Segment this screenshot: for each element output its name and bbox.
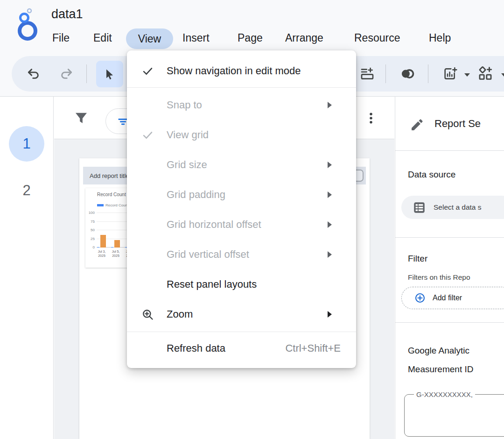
menu-insert[interactable]: Insert [182, 32, 210, 44]
toolbar-divider [86, 64, 87, 83]
page-thumbnail-1[interactable]: 1 [9, 126, 44, 162]
menu-item-view-grid: View grid [127, 120, 356, 150]
menu-item-grid-size: Grid size [127, 150, 356, 180]
legend-swatch-record-count [97, 204, 104, 206]
select-data-source-button[interactable]: Select a data s [401, 196, 504, 219]
legend-label: Record Count [105, 203, 128, 207]
community-visualization-icon [477, 66, 493, 82]
pages-navigation: 1 2 [0, 97, 54, 439]
google-analytics-heading: Google Analytic Measurement ID [408, 341, 473, 379]
more-options-button[interactable] [362, 109, 380, 127]
menu-file[interactable]: File [52, 32, 70, 44]
panel-divider [395, 322, 504, 323]
report-settings-panel: Report Se Data source Select a data s Fi… [395, 97, 504, 439]
undo-icon [27, 67, 41, 81]
add-page-icon [360, 66, 375, 81]
menu-view[interactable]: View [126, 28, 173, 49]
view-dropdown-menu: Show navigation in edit mode Snap to Vie… [127, 50, 356, 368]
submenu-arrow-icon [328, 101, 332, 109]
blend-icon [399, 66, 415, 82]
kebab-menu-icon [364, 111, 378, 125]
submenu-arrow-icon [328, 311, 332, 318]
shortcut-label: Ctrl+Shift+E [285, 342, 341, 354]
filter-heading: Filter [408, 254, 427, 264]
menu-page[interactable]: Page [238, 32, 263, 44]
menu-arrange[interactable]: Arrange [285, 32, 323, 44]
measurement-id-input[interactable]: G-XXXXXXXXXX, [404, 394, 504, 437]
filter-button[interactable] [72, 109, 91, 127]
toolbar-divider [385, 64, 386, 83]
submenu-arrow-icon [328, 191, 332, 198]
select-tool-button[interactable] [96, 61, 123, 87]
page-thumbnail-2[interactable]: 2 [9, 173, 44, 208]
submenu-arrow-icon [328, 161, 332, 169]
zoom-in-icon [141, 308, 154, 321]
data-table-icon [413, 201, 426, 214]
add-chart-icon [443, 66, 458, 81]
menu-divider [127, 87, 356, 88]
data-source-heading: Data source [408, 170, 455, 180]
menu-item-snap-to: Snap to [127, 90, 356, 120]
pencil-icon [410, 117, 425, 132]
funnel-icon [73, 110, 89, 126]
add-community-visualization-button[interactable] [476, 64, 495, 83]
looker-studio-logo[interactable] [13, 7, 41, 44]
add-filter-button[interactable]: Add filter [401, 287, 504, 309]
menu-edit[interactable]: Edit [93, 32, 112, 44]
menu-divider [127, 332, 356, 332]
panel-divider [395, 150, 504, 151]
measurement-id-label: G-XXXXXXXXXX, [414, 390, 475, 398]
menu-item-grid-vertical-offset: Grid vertical offset [127, 240, 356, 269]
submenu-arrow-icon [328, 251, 332, 258]
panel-title: Report Se [434, 118, 481, 130]
toolbar-divider [428, 64, 428, 83]
menu-item-grid-padding: Grid padding [127, 180, 356, 210]
menu-item-refresh-data[interactable]: Refresh data Ctrl+Shift+E [127, 334, 356, 362]
menu-item-grid-horizontal-offset: Grid horizontal offset [127, 210, 356, 240]
redo-icon [59, 67, 73, 81]
menu-resource[interactable]: Resource [354, 32, 400, 44]
undo-button[interactable] [24, 64, 43, 83]
menu-item-zoom[interactable]: Zoom [127, 299, 356, 329]
blend-data-button[interactable] [398, 64, 417, 83]
menu-item-reset-panel-layouts[interactable]: Reset panel layouts [127, 269, 356, 299]
submenu-arrow-icon [328, 221, 332, 228]
document-title[interactable]: data1 [51, 7, 83, 21]
check-icon [141, 129, 154, 142]
menu-item-show-navigation[interactable]: Show navigation in edit mode [127, 57, 356, 85]
check-icon [141, 65, 154, 78]
add-community-visualization-dropdown-caret[interactable] [500, 72, 504, 77]
redo-button[interactable] [57, 64, 76, 83]
menu-help[interactable]: Help [429, 32, 451, 44]
filter-subheading: Filters on this Repo [408, 273, 470, 282]
panel-header: Report Se [395, 97, 504, 150]
add-chart-button[interactable] [441, 64, 460, 83]
cursor-icon [103, 68, 116, 81]
plus-circle-icon [414, 292, 426, 304]
panel-divider [395, 237, 504, 238]
add-page-button[interactable] [358, 64, 377, 83]
add-chart-dropdown-caret[interactable] [463, 72, 471, 77]
